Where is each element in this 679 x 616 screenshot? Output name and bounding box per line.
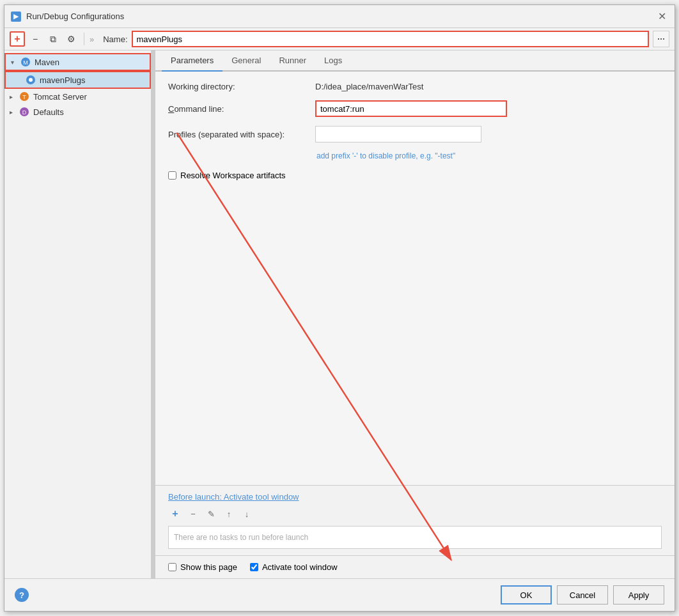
working-directory-row: Working directory: D:/idea_place/mavenWa… (168, 82, 662, 91)
before-launch-toolbar: + − ✎ ↑ ↓ (168, 507, 662, 521)
show-page-checkbox[interactable] (168, 563, 176, 571)
svg-text:T: T (22, 94, 26, 100)
footer: ? OK Cancel Apply (4, 578, 675, 611)
name-label: Name: (103, 35, 127, 44)
sidebar-item-defaults[interactable]: ▸ D Defaults (4, 104, 151, 119)
run-debug-dialog: ▶ Run/Debug Configurations ✕ + − ⧉ ⚙ » N… (4, 4, 675, 612)
sidebar-item-maven[interactable]: ▾ M Maven (4, 53, 151, 71)
add-configuration-button[interactable]: + (10, 31, 25, 47)
command-line-row: Command line: (168, 100, 662, 117)
maven-icon: M (20, 56, 31, 68)
sidebar-label-maven: Maven (35, 58, 59, 67)
tab-logs[interactable]: Logs (315, 50, 351, 72)
title-bar: ▶ Run/Debug Configurations ✕ (4, 5, 675, 28)
tomcat-icon: T (19, 91, 30, 102)
activate-window-checkbox[interactable] (250, 563, 258, 571)
resolve-workspace-row: Resolve Workspace artifacts (168, 171, 662, 180)
dialog-icon: ▶ (11, 12, 21, 22)
command-line-input[interactable] (315, 100, 507, 117)
gear-blue-icon (25, 74, 36, 86)
before-launch-list: There are no tasks to run before launch (168, 526, 662, 549)
defaults-icon: D (19, 106, 30, 118)
name-options-button[interactable]: ⋯ (653, 31, 669, 47)
tabs-bar: Parameters General Runner Logs (155, 50, 675, 72)
sidebar-label-defaults: Defaults (33, 107, 64, 117)
activate-window-option: Activate tool window (250, 562, 338, 572)
before-launch-remove-button[interactable]: − (186, 507, 200, 521)
before-launch-section: Before launch: Activate tool window + − … (155, 485, 675, 555)
activate-window-label: Activate tool window (262, 562, 338, 572)
profiles-hint: add prefix '-' to disable profile, e.g. … (316, 151, 662, 160)
copy-configuration-button[interactable]: ⧉ (45, 31, 61, 47)
sidebar-item-tomcat[interactable]: ▸ T Tomcat Server (4, 89, 151, 104)
profiles-row: Profiles (separated with space): (168, 126, 662, 142)
apply-button[interactable]: Apply (613, 585, 664, 604)
sidebar-item-mavenplugs[interactable]: mavenPlugs (4, 71, 151, 89)
tree-arrow-defaults[interactable]: ▸ (10, 109, 19, 116)
remove-configuration-button[interactable]: − (27, 31, 43, 47)
close-button[interactable]: ✕ (655, 10, 668, 23)
working-directory-label: Working directory: (168, 82, 315, 91)
name-input[interactable] (132, 31, 649, 47)
sidebar: ▾ M Maven mavenPlugs (4, 50, 152, 578)
tree-arrow-tomcat[interactable]: ▸ (10, 93, 19, 100)
command-line-label: Command line: (168, 104, 315, 114)
before-launch-title[interactable]: Before launch: Activate tool window (168, 492, 662, 502)
settings-button[interactable]: ⚙ (63, 31, 79, 47)
help-button[interactable]: ? (15, 588, 29, 602)
dialog-title: Run/Debug Configurations (26, 12, 655, 21)
right-panel: Parameters General Runner Logs Working d… (155, 50, 675, 578)
resolve-workspace-checkbox[interactable] (168, 171, 176, 180)
before-launch-edit-button[interactable]: ✎ (204, 507, 218, 521)
resolve-workspace-label: Resolve Workspace artifacts (180, 171, 286, 180)
before-launch-up-button[interactable]: ↑ (222, 507, 236, 521)
tab-general[interactable]: General (222, 50, 270, 72)
form-area: Working directory: D:/idea_place/mavenWa… (155, 72, 675, 485)
tab-runner[interactable]: Runner (270, 50, 315, 72)
bottom-options: Show this page Activate tool window (155, 555, 675, 578)
sidebar-label-tomcat: Tomcat Server (33, 92, 87, 102)
svg-text:D: D (22, 109, 27, 116)
show-page-label: Show this page (180, 562, 237, 572)
no-tasks-text: There are no tasks to run before launch (174, 533, 308, 542)
working-directory-value: D:/idea_place/mavenWarTest (315, 82, 423, 91)
show-page-option: Show this page (168, 562, 237, 572)
before-launch-down-button[interactable]: ↓ (240, 507, 254, 521)
toolbar-separator (84, 33, 84, 45)
tab-parameters[interactable]: Parameters (162, 50, 222, 72)
breadcrumb-arrow: » (90, 35, 94, 44)
main-content: ▾ M Maven mavenPlugs (4, 50, 675, 578)
profiles-label: Profiles (separated with space): (168, 130, 315, 139)
ok-button[interactable]: OK (501, 585, 552, 604)
svg-point-3 (29, 78, 33, 82)
profiles-input[interactable] (315, 126, 481, 142)
before-launch-add-button[interactable]: + (168, 507, 182, 521)
sidebar-label-mavenplugs: mavenPlugs (40, 75, 86, 85)
svg-text:M: M (23, 59, 28, 66)
tree-arrow-maven[interactable]: ▾ (11, 59, 20, 66)
cancel-button[interactable]: Cancel (557, 585, 608, 604)
